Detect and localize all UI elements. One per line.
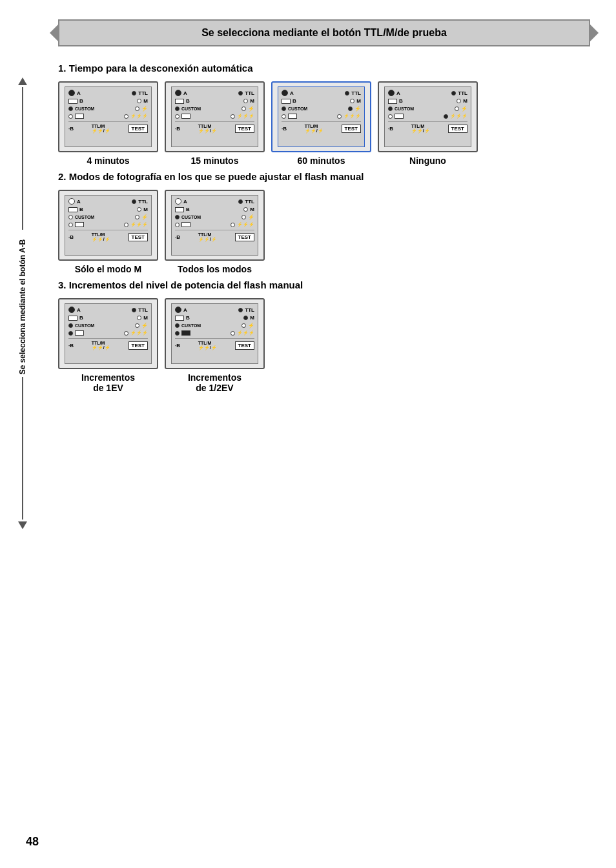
indicator-light1-15min bbox=[241, 106, 246, 111]
header-banner-text: Se selecciona mediante el botón TTL/M/de… bbox=[201, 27, 447, 38]
indicator-light1-halfev bbox=[241, 323, 246, 328]
label-15min: 15 minutos bbox=[191, 156, 239, 166]
indicator-a-modeM bbox=[68, 198, 75, 205]
indicator-multi-60min bbox=[337, 114, 342, 119]
section1-title: 1. Tiempo para la desconexión automática bbox=[58, 63, 590, 74]
side-label-container: Se selecciona mediante el botón A-B bbox=[13, 77, 32, 529]
indicator-custom-4min bbox=[68, 106, 73, 111]
indicator-multi-15min bbox=[231, 114, 235, 119]
indicator-a-ninguno bbox=[388, 90, 395, 96]
test-btn-ninguno: TEST bbox=[448, 125, 467, 133]
section1-panels-row: A TTL B bbox=[58, 81, 590, 166]
indicator-m-1ev bbox=[137, 316, 141, 320]
indicator-b-allModes bbox=[175, 207, 184, 212]
indicator-r2-1ev bbox=[68, 331, 73, 336]
indicator-b-4min bbox=[68, 99, 77, 104]
indicator-custom-1ev bbox=[68, 323, 73, 328]
label-60min: 60 minutos bbox=[298, 156, 345, 166]
indicator-r3-ninguno bbox=[395, 114, 404, 119]
indicator-m-allModes bbox=[243, 207, 248, 212]
indicator-rect2-4min bbox=[68, 114, 73, 119]
indicator-a-15min bbox=[175, 90, 181, 96]
panel-half-ev: A TTL B bbox=[165, 298, 265, 393]
indicator-a-1ev bbox=[68, 307, 75, 313]
test-btn-15min: TEST bbox=[235, 125, 254, 133]
indicator-r3-halfev bbox=[181, 330, 190, 336]
indicator-m-60min bbox=[350, 99, 354, 103]
indicator-r3-60min bbox=[288, 114, 297, 119]
section3-title: 3. Incrementos del nivel de potencia del… bbox=[58, 279, 590, 290]
flash-display-ninguno: A TTL B bbox=[378, 81, 478, 152]
indicator-custom-allModes bbox=[175, 215, 180, 219]
indicator-m-halfev bbox=[243, 316, 248, 320]
indicator-ttl-4min bbox=[132, 91, 136, 96]
flash-display-half-ev: A TTL B bbox=[165, 298, 265, 369]
indicator-r2-modeM bbox=[68, 223, 73, 227]
page-number: 48 bbox=[26, 835, 39, 849]
section3-panels-row: A TTL B bbox=[58, 298, 590, 393]
indicator-light1-modeM bbox=[135, 215, 139, 219]
test-btn-4min: TEST bbox=[128, 125, 148, 133]
indicator-b-modeM bbox=[68, 207, 77, 212]
test-btn-halfev: TEST bbox=[235, 341, 254, 350]
panel-modeM: A TTL B bbox=[58, 190, 158, 274]
indicator-light1-1ev bbox=[135, 323, 139, 328]
panel-4min: A TTL B bbox=[58, 81, 158, 166]
test-btn-60min: TEST bbox=[342, 125, 361, 133]
indicator-ttl-modeM bbox=[132, 199, 136, 204]
section2-title: 2. Modos de fotografía en los que se pue… bbox=[58, 171, 590, 182]
indicator-multi-halfev bbox=[231, 331, 235, 336]
indicator-r2-60min bbox=[282, 114, 286, 119]
panel-1ev: A TTL B bbox=[58, 298, 158, 393]
indicator-b-ninguno bbox=[388, 99, 397, 104]
page: 48 Se selecciona mediante el botón A-B S… bbox=[0, 0, 616, 868]
indicator-ttl-60min bbox=[345, 91, 349, 96]
indicator-r3-allModes bbox=[181, 222, 190, 227]
panel-15min: A TTL B bbox=[165, 81, 265, 166]
indicator-a-4min bbox=[68, 90, 75, 96]
label-4min: 4 minutos bbox=[87, 156, 129, 166]
indicator-m-15min bbox=[243, 99, 248, 103]
test-btn-1ev: TEST bbox=[128, 341, 148, 350]
label-ninguno: Ninguno bbox=[409, 156, 446, 166]
side-label-text: Se selecciona mediante el botón A-B bbox=[18, 232, 27, 374]
indicator-r2-15min bbox=[175, 114, 180, 119]
flash-display-60min: A TTL B bbox=[271, 81, 371, 152]
panel-ninguno: A TTL B bbox=[378, 81, 478, 166]
main-content: Se selecciona mediante el botón TTL/M/de… bbox=[58, 19, 590, 393]
indicator-m-ninguno bbox=[457, 99, 461, 103]
indicator-custom-60min bbox=[282, 106, 286, 111]
indicator-custom-ninguno bbox=[388, 106, 393, 111]
test-btn-allModes: TEST bbox=[235, 233, 254, 241]
panel-60min: A TTL B bbox=[271, 81, 371, 166]
indicator-multi-ninguno bbox=[444, 114, 448, 119]
indicator-b-60min bbox=[282, 99, 291, 104]
indicator-ttl-ninguno bbox=[451, 91, 456, 96]
side-arrow-down-icon bbox=[18, 521, 27, 529]
indicator-b-1ev bbox=[68, 316, 77, 321]
label-modeM: Sólo el modo M bbox=[75, 264, 141, 274]
indicator-light1-4min bbox=[135, 106, 139, 111]
side-arrow-up-icon bbox=[18, 77, 27, 85]
indicator-r2-ninguno bbox=[388, 114, 393, 119]
indicator-rect3-4min bbox=[75, 114, 84, 119]
indicator-r3-15min bbox=[181, 114, 190, 119]
test-btn-modeM: TEST bbox=[128, 233, 148, 241]
flash-display-4min: A TTL B bbox=[58, 81, 158, 152]
indicator-multi-modeM bbox=[124, 223, 128, 227]
indicator-multi-allModes bbox=[231, 223, 235, 227]
flash-display-1ev: A TTL B bbox=[58, 298, 158, 369]
flash-display-modeM: A TTL B bbox=[58, 190, 158, 261]
indicator-ttl-allModes bbox=[238, 199, 243, 204]
flash-display-15min: A TTL B bbox=[165, 81, 265, 152]
indicator-ttl-15min bbox=[238, 91, 243, 96]
label-halfev: Incrementosde 1/2EV bbox=[188, 372, 241, 393]
indicator-r3-modeM bbox=[75, 222, 84, 227]
indicator-m-4min bbox=[137, 99, 141, 103]
indicator-b-halfev bbox=[175, 316, 184, 321]
indicator-custom-halfev bbox=[175, 323, 180, 328]
indicator-multi-4min bbox=[124, 114, 128, 119]
indicator-r3-1ev bbox=[75, 330, 84, 336]
flash-display-allModes: A TTL B bbox=[165, 190, 265, 261]
indicator-a-allModes bbox=[175, 198, 181, 205]
